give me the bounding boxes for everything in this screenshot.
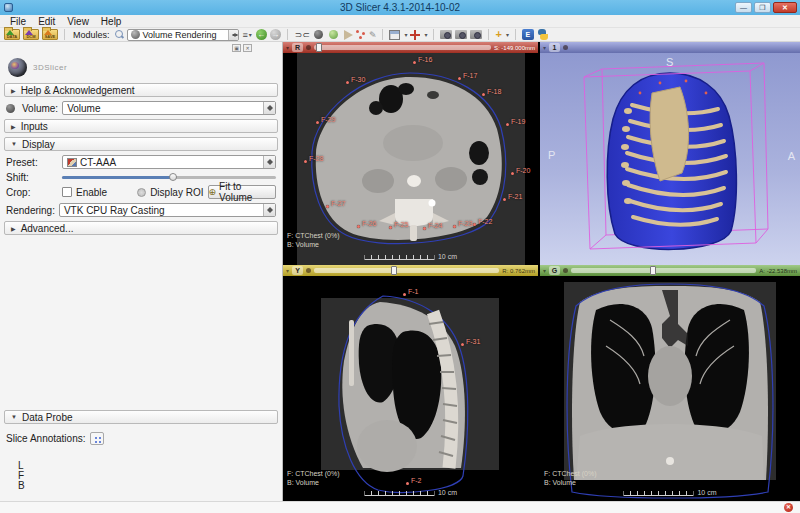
layout-dropdown-arrow[interactable]: ▾	[404, 31, 407, 38]
red-slice-offset: S: -149.000mm	[494, 45, 535, 51]
menu-help[interactable]: Help	[95, 16, 128, 27]
fiducial-F-2[interactable]: F-2	[406, 482, 409, 485]
close-panel-icon[interactable]: ✕	[243, 44, 252, 52]
yellow-slice-image[interactable]: F: CTChest (0%) B: Volume 10 cm F-1F-31F…	[283, 276, 538, 501]
add-dropdown-arrow[interactable]: ▾	[506, 31, 509, 38]
module-search-icon[interactable]	[115, 30, 124, 39]
screenshot-icon[interactable]	[440, 30, 452, 39]
pin-icon[interactable]	[563, 268, 568, 273]
back-button[interactable]: ←	[256, 29, 267, 40]
scene-restore-icon[interactable]	[470, 30, 482, 39]
green-view-menu-button[interactable]: G	[549, 266, 560, 275]
annotate-icon[interactable]: ✎	[369, 30, 377, 40]
fiducial-F-31[interactable]: F-31	[461, 343, 464, 346]
slice-annotation-text: F: CTChest (0%) B: Volume	[544, 469, 597, 487]
fiducial-F-24[interactable]: F-24	[423, 227, 426, 230]
fiducial-F-22[interactable]: F-22	[473, 223, 476, 226]
undock-panel-icon[interactable]: ▣	[232, 44, 241, 52]
collapsed-arrow-icon: ▶	[11, 225, 16, 232]
close-button[interactable]: ✕	[773, 2, 797, 13]
fiducial-F-18[interactable]: F-18	[482, 93, 485, 96]
slice-menu-arrow-icon[interactable]: ▾	[286, 44, 289, 51]
crop-enable-checkbox[interactable]	[62, 187, 72, 197]
pin-icon[interactable]	[306, 45, 311, 50]
crosshair-dropdown-arrow[interactable]: ▾	[424, 31, 427, 38]
maximize-button[interactable]: ❐	[754, 2, 771, 13]
save-button[interactable]: SAVE	[42, 29, 58, 40]
pin-icon[interactable]	[563, 45, 568, 50]
view-link-icon[interactable]: ⊃⊂	[294, 29, 311, 41]
menu-view[interactable]: View	[61, 16, 95, 27]
fiducial-F-29[interactable]: F-29	[316, 121, 319, 124]
fiducial-F-23[interactable]: F-23	[453, 225, 456, 228]
fiducial-F-20[interactable]: F-20	[511, 172, 514, 175]
section-data-probe[interactable]: ▼ Data Probe	[4, 410, 278, 424]
pin-icon[interactable]	[306, 268, 311, 273]
minimize-button[interactable]: —	[735, 2, 752, 13]
error-log-icon[interactable]: ✕	[784, 503, 793, 512]
fiducial-F-27[interactable]: F-27	[326, 205, 329, 208]
probe-row-background: B	[18, 481, 282, 491]
axis-label-posterior: P	[548, 149, 555, 161]
shift-slider[interactable]	[62, 171, 276, 183]
fiducial-place-icon[interactable]	[356, 30, 366, 40]
fiducial-F-19[interactable]: F-19	[506, 123, 509, 126]
threed-view-menu-button[interactable]: 1	[549, 43, 560, 52]
threed-render-area[interactable]: S P A	[540, 53, 800, 265]
display-roi-icon[interactable]	[137, 188, 146, 197]
section-inputs[interactable]: ▶ Inputs	[4, 119, 278, 133]
yellow-slice-slider[interactable]	[314, 268, 499, 273]
collapsed-arrow-icon: ▶	[11, 87, 16, 94]
probe-row-label: L	[18, 461, 282, 471]
fiducial-F-26[interactable]: F-26	[357, 225, 360, 228]
fiducial-F-21[interactable]: F-21	[503, 198, 506, 201]
python-console-icon[interactable]	[537, 29, 549, 40]
preset-select[interactable]: CT-AAA	[62, 155, 276, 169]
slice-menu-arrow-icon[interactable]: ▾	[543, 267, 546, 274]
fiducial-F-30[interactable]: F-30	[346, 81, 349, 84]
module-history-button[interactable]: ≡▾	[242, 29, 253, 41]
section-advanced[interactable]: ▶ Advanced...	[4, 221, 278, 235]
view-menu-arrow-icon[interactable]: ▾	[543, 44, 546, 51]
menu-edit[interactable]: Edit	[32, 16, 61, 27]
module-panel: ▣ ✕ 3DSlicer ▶ Help & Acknowledgement Vo…	[0, 42, 283, 501]
green-slice-image[interactable]: F: CTChest (0%) B: Volume 10 cm	[540, 276, 800, 501]
fiducial-F-16[interactable]: F-16	[413, 61, 416, 64]
slicer-logo: 3DSlicer	[0, 53, 282, 81]
fiducial-F-17[interactable]: F-17	[458, 77, 461, 80]
preset-row: Preset: CT-AAA	[0, 153, 282, 171]
scene-view-icon[interactable]	[455, 30, 467, 39]
volume-rendering-image	[540, 53, 800, 265]
red-slice-slider[interactable]	[314, 45, 491, 50]
menu-file[interactable]: File	[4, 16, 32, 27]
load-data-button[interactable]: DATA	[4, 29, 20, 40]
green-slice-slider[interactable]	[571, 268, 756, 273]
section-help-acknowledgement[interactable]: ▶ Help & Acknowledgement	[4, 83, 278, 97]
fiducial-F-1[interactable]: F-1	[403, 293, 406, 296]
slice-annotations-button[interactable]	[90, 432, 104, 445]
slice-menu-arrow-icon[interactable]: ▾	[286, 267, 289, 274]
fiducial-F-28[interactable]: F-28	[304, 160, 307, 163]
layout-selector-icon[interactable]	[389, 30, 400, 40]
section-display[interactable]: ▼ Display	[4, 137, 278, 151]
mouse-mode-icon[interactable]	[344, 30, 353, 40]
fit-to-volume-button[interactable]: ⊕ Fit to Volume	[208, 185, 277, 199]
module-selected: Volume Rendering	[143, 30, 217, 40]
models-module-icon[interactable]	[329, 30, 338, 39]
yellow-view-menu-button[interactable]: Y	[292, 266, 303, 275]
red-slice-image[interactable]: F: CTChest (0%) B: Volume 10 cm F-16F-17…	[283, 53, 538, 265]
volume-select[interactable]: Volume	[62, 101, 276, 115]
crosshair-icon[interactable]	[410, 30, 420, 40]
module-selector[interactable]: Volume Rendering	[127, 29, 239, 41]
fiducial-F-25[interactable]: F-25	[389, 226, 392, 229]
red-view-menu-button[interactable]: R	[292, 43, 303, 52]
collapsed-arrow-icon: ▶	[11, 123, 16, 130]
rendering-select[interactable]: VTK CPU Ray Casting	[59, 203, 276, 217]
forward-button[interactable]: →	[270, 29, 281, 40]
load-dicom-button[interactable]: DCM	[23, 29, 39, 40]
extension-manager-icon[interactable]: E	[522, 29, 534, 40]
sagittal-ct-image	[283, 276, 538, 501]
volume-module-icon[interactable]	[314, 30, 323, 39]
add-sceneview-icon[interactable]: +	[495, 29, 501, 40]
ruler: 10 cm	[623, 489, 716, 496]
